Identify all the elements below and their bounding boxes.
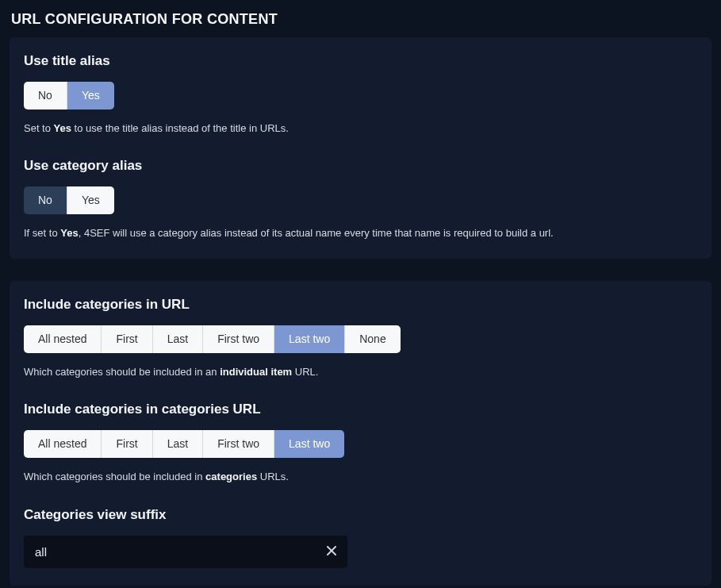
option-last[interactable]: Last [153,430,203,458]
input-wrap [24,536,347,568]
section-categories-suffix: Categories view suffix [24,507,697,568]
help-text: Set to Yes to use the title alias instea… [24,121,697,136]
help-bold: categories [205,471,257,482]
help-bold: individual item [220,366,292,378]
help-pre: Which categories should be included in [24,471,205,482]
option-yes[interactable]: Yes [67,82,114,110]
help-text: If set to Yes, 4SEF will use a category … [24,225,697,241]
section-include-categories-cat: Include categories in categories URL All… [24,402,697,484]
option-first-two[interactable]: First two [203,430,274,458]
toggle-use-title-alias: No Yes [24,82,114,110]
help-pre: If set to [24,227,60,239]
categories-suffix-input[interactable] [24,536,347,568]
section-title: Include categories in URL [24,297,697,313]
help-post: , 4SEF will use a category alias instead… [79,227,554,239]
options-include-categories: All nested First Last First two Last two… [24,325,401,353]
help-post: URL. [292,366,318,378]
card-categories: Include categories in URL All nested Fir… [10,281,711,586]
option-last-two[interactable]: Last two [274,325,345,353]
option-no[interactable]: No [24,186,67,214]
help-text: Which categories should be included in c… [24,469,697,485]
section-title: Categories view suffix [24,507,697,523]
toggle-use-category-alias: No Yes [24,186,114,214]
option-first[interactable]: First [102,325,152,353]
option-last-two[interactable]: Last two [274,430,344,458]
option-none[interactable]: None [345,325,400,353]
section-use-title-alias: Use title alias No Yes Set to Yes to use… [24,53,697,136]
help-bold: Yes [54,122,71,134]
section-include-categories: Include categories in URL All nested Fir… [24,297,697,379]
section-title: Use title alias [24,53,697,69]
option-all-nested[interactable]: All nested [24,325,102,353]
page-title: URL CONFIGURATION FOR CONTENT [11,11,711,28]
option-yes[interactable]: Yes [67,186,114,214]
card-aliases: Use title alias No Yes Set to Yes to use… [10,37,711,259]
help-bold: Yes [60,227,78,239]
option-last[interactable]: Last [153,325,203,353]
section-title: Use category alias [24,158,697,174]
help-post: URLs. [257,471,289,482]
help-text: Which categories should be included in a… [24,364,697,380]
section-use-category-alias: Use category alias No Yes If set to Yes,… [24,158,697,240]
option-first[interactable]: First [102,430,152,458]
help-pre: Which categories should be included in a… [24,366,220,378]
help-post: to use the title alias instead of the ti… [71,122,289,134]
option-first-two[interactable]: First two [203,325,274,353]
clear-button[interactable] [320,540,343,563]
options-include-categories-cat: All nested First Last First two Last two [24,430,344,458]
option-all-nested[interactable]: All nested [24,430,102,458]
help-pre: Set to [24,122,54,134]
section-title: Include categories in categories URL [24,402,697,417]
close-icon [327,546,336,558]
option-no[interactable]: No [24,82,67,110]
